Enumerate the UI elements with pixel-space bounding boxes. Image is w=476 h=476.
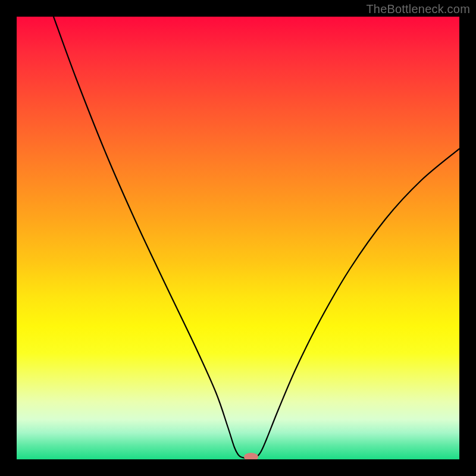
chart-frame: TheBottleneck.com: [0, 0, 476, 476]
watermark-text: TheBottleneck.com: [366, 2, 470, 16]
plot-area: [17, 17, 459, 459]
optimal-marker: [244, 453, 258, 459]
bottleneck-curve: [54, 17, 459, 459]
plot-svg: [17, 17, 459, 459]
